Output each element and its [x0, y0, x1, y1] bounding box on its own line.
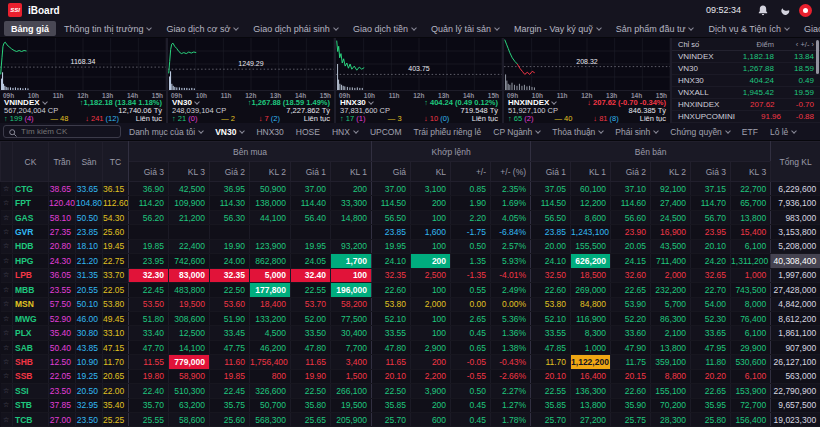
- ticker-symbol[interactable]: HDB: [13, 239, 49, 253]
- menu-item-margin-vay-ky-quy[interactable]: Margin - Vay ký quỹ: [507, 21, 608, 36]
- index-summary-row-vnindex[interactable]: VNINDEX1,182.1813.84: [672, 51, 820, 63]
- ticker-symbol[interactable]: STB: [13, 398, 49, 412]
- favorite-star-icon[interactable]: ☆: [1, 239, 13, 253]
- ticker-symbol[interactable]: CTG: [13, 182, 49, 196]
- favorite-star-icon[interactable]: ☆: [1, 326, 13, 340]
- tab-cp-nganh[interactable]: CP Ngành: [487, 125, 546, 139]
- tab-phai-sinh[interactable]: Phái sinh: [609, 125, 664, 139]
- col-header-floor[interactable]: Sàn: [76, 142, 103, 182]
- search-input[interactable]: [21, 127, 111, 136]
- ticker-symbol[interactable]: TCB: [13, 413, 49, 427]
- tab-hnx[interactable]: HNX: [326, 125, 364, 139]
- chevron-down-icon: [198, 128, 204, 134]
- tab-hose[interactable]: HOSE: [290, 125, 326, 139]
- ticker-symbol[interactable]: MSN: [13, 297, 49, 311]
- index-info-line3: ↑ 65 (2)— 40↓ 81 (8)Liên tục: [508, 115, 666, 123]
- ticker-symbol[interactable]: SSI: [13, 384, 49, 398]
- index-summary-row-vnxall[interactable]: VNXALL1,945.4219.59: [672, 87, 820, 99]
- favorite-star-icon[interactable]: ☆: [1, 413, 13, 427]
- ticker-symbol[interactable]: MBB: [13, 283, 49, 297]
- favorite-star-icon[interactable]: ☆: [1, 340, 13, 354]
- col-header-sell-vol3[interactable]: KL 3: [731, 162, 771, 182]
- price-cell: 35.75: [210, 398, 250, 412]
- search-box[interactable]: [3, 125, 121, 138]
- price-cell: 5.93%: [491, 254, 531, 268]
- index-summary-row-vn30[interactable]: VN301,267.8818.59: [672, 63, 820, 75]
- menu-item-giao-dich-phai-sinh[interactable]: Giao dịch phái sinh: [246, 21, 345, 36]
- price-cell: 19,500: [169, 297, 210, 311]
- tab-upcom[interactable]: UPCOM: [364, 125, 408, 139]
- notifications-bell-icon[interactable]: [755, 3, 771, 17]
- price-cell: 7,700: [331, 340, 372, 354]
- tab-etf[interactable]: ETF: [736, 125, 764, 139]
- col-header-total-volume[interactable]: Tổng KL: [771, 142, 820, 182]
- tab-hnx30[interactable]: HNX30: [250, 125, 289, 139]
- menu-item-dich-vu-tien-ich[interactable]: Dịch vụ & Tiện ích: [701, 21, 796, 36]
- col-header-change[interactable]: +/-: [451, 162, 491, 182]
- total-volume: 19,023,300: [771, 413, 820, 427]
- favorite-star-icon[interactable]: ☆: [1, 283, 13, 297]
- col-header-buy-price3[interactable]: Giá 3: [129, 162, 169, 182]
- index-summary-row-hnxupcomini[interactable]: HNXUPCOMINI91.96-0.88: [672, 111, 820, 123]
- ticker-symbol[interactable]: HPG: [13, 254, 49, 268]
- col-header-sell-vol1[interactable]: KL 1: [571, 162, 611, 182]
- menu-item-san-pham-au-tu[interactable]: Sản phẩm đầu tư: [609, 21, 701, 36]
- favorite-star-icon[interactable]: ☆: [1, 398, 13, 412]
- col-header-buy-vol1[interactable]: KL 1: [331, 162, 372, 182]
- favorite-star-icon[interactable]: ☆: [1, 210, 13, 224]
- col-header-reference[interactable]: TC: [103, 142, 129, 182]
- menu-item-quan-ly-tai-san[interactable]: Quản lý tài sản: [424, 21, 506, 36]
- next-page-icon[interactable]: ›: [809, 40, 814, 49]
- col-header-buy-price1[interactable]: Giá 1: [291, 162, 331, 182]
- favorite-star-icon[interactable]: ☆: [1, 297, 13, 311]
- ticker-symbol[interactable]: SSB: [13, 369, 49, 383]
- col-header-matched-price[interactable]: Giá: [372, 162, 411, 182]
- dark-mode-moon-icon[interactable]: [777, 3, 793, 17]
- favorite-star-icon[interactable]: ☆: [1, 254, 13, 268]
- col-header-buy-price2[interactable]: Giá 2: [210, 162, 250, 182]
- ticker-symbol[interactable]: MWG: [13, 311, 49, 325]
- favorite-star-icon[interactable]: ☆: [1, 369, 13, 383]
- menu-item-giao-dien-cua-toi[interactable]: Giao diện của tôi: [797, 21, 820, 36]
- ticker-symbol[interactable]: PLX: [13, 326, 49, 340]
- menu-item-bang-gia[interactable]: Bảng giá: [4, 21, 56, 36]
- col-header-sell-price3[interactable]: Giá 3: [691, 162, 731, 182]
- col-header-sell-price1[interactable]: Giá 1: [531, 162, 571, 182]
- col-header-change-pct[interactable]: +/- (%): [491, 162, 531, 182]
- index-row-change: -0.70: [775, 100, 814, 109]
- favorite-star-icon[interactable]: ☆: [1, 268, 13, 282]
- tab-lo-le[interactable]: Lô lẻ: [764, 125, 802, 139]
- vertical-scrollbar[interactable]: [816, 40, 819, 74]
- favorite-star-icon[interactable]: ☆: [1, 182, 13, 196]
- col-header-ceiling[interactable]: Trần: [49, 142, 76, 182]
- col-header-buy-vol2[interactable]: KL 2: [250, 162, 291, 182]
- ticker-symbol[interactable]: GAS: [13, 210, 49, 224]
- favorite-star-icon[interactable]: ☆: [1, 196, 13, 210]
- ticker-symbol[interactable]: FPT: [13, 196, 49, 210]
- ticker-symbol[interactable]: LPB: [13, 268, 49, 282]
- tab-chung-quyen[interactable]: Chứng quyền: [664, 125, 736, 139]
- index-summary-row-hnxindex[interactable]: HNXINDEX207.62-0.70: [672, 99, 820, 111]
- ticker-symbol[interactable]: SAB: [13, 340, 49, 354]
- ticker-symbol[interactable]: SHB: [13, 355, 49, 369]
- col-header-sell-vol2[interactable]: KL 2: [651, 162, 691, 182]
- menu-item-giao-dich-tien[interactable]: Giao dịch tiền: [346, 21, 423, 36]
- user-avatar[interactable]: [799, 4, 812, 17]
- tab-trai-phieu-rieng-le[interactable]: Trái phiếu riêng lẻ: [408, 125, 488, 139]
- tab-vn30[interactable]: VN30: [209, 125, 250, 139]
- menu-item-giao-dich-co-so[interactable]: Giao dịch cơ sở: [159, 21, 245, 36]
- favorite-star-icon[interactable]: ☆: [1, 355, 13, 369]
- tab-danh-muc-cua-toi[interactable]: Danh mục của tôi: [123, 125, 209, 139]
- favorite-star-icon[interactable]: ☆: [1, 311, 13, 325]
- index-summary-row-hnx30[interactable]: HNX30404.240.49: [672, 75, 820, 87]
- favorite-star-icon[interactable]: ☆: [1, 384, 13, 398]
- col-header-matched-vol[interactable]: KL: [411, 162, 451, 182]
- favorite-star-icon[interactable]: ☆: [1, 225, 13, 239]
- col-header-ck[interactable]: CK: [13, 142, 49, 182]
- col-header-sell-price2[interactable]: Giá 2: [611, 162, 651, 182]
- col-header-buy-vol3[interactable]: KL 3: [169, 162, 210, 182]
- menu-item-thong-tin-thi-truong[interactable]: Thông tin thị trường: [57, 21, 158, 36]
- ticker-symbol[interactable]: GVR: [13, 225, 49, 239]
- tab-thoa-thuan[interactable]: Thỏa thuận: [546, 125, 609, 139]
- menu-item-label: Giao diện của tôi: [804, 24, 820, 34]
